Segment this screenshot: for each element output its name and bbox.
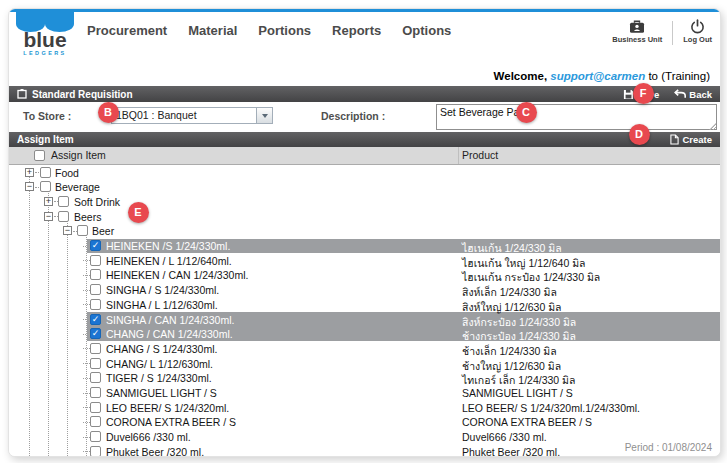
item-checkbox[interactable] — [90, 387, 101, 398]
item-checkbox[interactable] — [90, 255, 101, 266]
tree-row: Duvel666 /330 ml.Duvel666 /330 ml. — [9, 430, 720, 445]
item-label[interactable]: HEINEKEN /S 1/24/330ml. — [106, 240, 230, 252]
item-checkbox-checked[interactable] — [90, 240, 101, 251]
item-checkbox[interactable] — [90, 269, 101, 280]
item-tree: +Food−Beverage+Soft Drink−Beers−BeerHEIN… — [9, 165, 720, 456]
period-label: Period : 01/08/2024 — [625, 442, 712, 453]
expander-minus-icon[interactable]: − — [25, 182, 34, 191]
item-label[interactable]: LEO BEER/ S 1/24/320ml. — [106, 402, 229, 414]
annotation-circle-b: B — [98, 102, 119, 123]
back-button[interactable]: Back — [674, 89, 712, 100]
tree-tick-line — [83, 363, 90, 364]
item-label[interactable]: Beverage — [55, 181, 100, 193]
tree-row: Phuket Beer /320 ml.Phuket Beer /320 ml. — [9, 444, 720, 456]
item-label[interactable]: SANMIGUEL LIGHT / S — [106, 387, 217, 399]
expander-plus-icon[interactable]: + — [44, 197, 53, 206]
nav-item-procurement[interactable]: Procurement — [87, 23, 167, 38]
item-label[interactable]: Phuket Beer /320 ml. — [106, 446, 204, 456]
item-checkbox[interactable] — [90, 416, 101, 427]
expander-minus-icon[interactable]: − — [44, 212, 53, 221]
item-label[interactable]: Duvel666 /330 ml. — [106, 431, 191, 443]
item-checkbox-checked[interactable] — [90, 328, 101, 339]
select-all-checkbox[interactable] — [34, 150, 45, 161]
log-out-button[interactable]: Log Out — [683, 19, 712, 44]
item-label[interactable]: Food — [55, 167, 79, 179]
nav-item-material[interactable]: Material — [188, 23, 237, 38]
item-checkbox[interactable] — [90, 431, 101, 442]
tree-row: +Food — [9, 165, 720, 180]
annotation-circle-c: C — [516, 102, 537, 123]
tree-row: CHANG/ L 1/12/630ml.ช้างใหญ่ 1/12/630 มิ… — [9, 356, 720, 371]
item-label[interactable]: SINGHA / CAN 1/24/330ml. — [106, 314, 234, 326]
description-input[interactable]: Set Beverage Par — [436, 104, 717, 130]
item-label[interactable]: CORONA EXTRA BEER / S — [106, 416, 236, 428]
item-label[interactable]: Beer — [92, 225, 114, 237]
assign-toolbar: Assign Item Create — [9, 132, 720, 147]
welcome-user: support@carmen — [550, 70, 645, 82]
item-checkbox[interactable] — [40, 167, 51, 178]
item-label[interactable]: SINGHA / L 1/12/630ml. — [106, 299, 218, 311]
item-checkbox-checked[interactable] — [90, 314, 101, 325]
requisition-title: Standard Requisition — [32, 89, 133, 100]
item-checkbox[interactable] — [40, 181, 51, 192]
annotation-circle-e: E — [128, 202, 149, 223]
welcome-suffix: to (Training) — [645, 70, 710, 82]
welcome-line: Welcome, support@carmen to (Training) — [9, 70, 720, 86]
tree-row: +Soft Drink — [9, 194, 720, 209]
item-label[interactable]: CHANG / S 1/24/330ml. — [106, 343, 217, 355]
tree-row: LEO BEER/ S 1/24/320ml.LEO BEER/ S 1/24/… — [9, 400, 720, 415]
create-button[interactable]: Create — [670, 134, 712, 145]
item-label[interactable]: TIGER / S 1/24/330ml. — [106, 372, 212, 384]
tree-tick-line — [83, 319, 90, 320]
item-label[interactable]: Soft Drink — [74, 196, 120, 208]
tree-row: −Beverage — [9, 180, 720, 195]
table-header: Assign Item Product — [9, 147, 720, 165]
back-undo-icon — [674, 89, 686, 99]
item-label[interactable]: HEINEKEN / CAN 1/24/330ml. — [106, 269, 248, 281]
chevron-down-icon[interactable] — [256, 108, 272, 123]
item-label[interactable]: Beers — [74, 211, 101, 223]
tree-tick-line — [83, 260, 90, 261]
tree-tick-line — [83, 378, 90, 379]
tree-tick-line — [83, 437, 90, 438]
item-checkbox[interactable] — [90, 343, 101, 354]
nav-item-portions[interactable]: Portions — [258, 23, 311, 38]
nav-item-options[interactable]: Options — [402, 23, 451, 38]
tree-row: −Beer — [9, 224, 720, 239]
back-label: Back — [689, 89, 712, 100]
item-checkbox[interactable] — [58, 211, 69, 222]
column-divider — [458, 147, 459, 164]
expander-plus-icon[interactable]: + — [25, 168, 34, 177]
item-checkbox[interactable] — [58, 196, 69, 207]
tree-row: CORONA EXTRA BEER / SCORONA EXTRA BEER /… — [9, 415, 720, 430]
requisition-icon — [17, 89, 27, 99]
to-store-value: 1BQ01 : Banquet — [112, 108, 256, 123]
requisition-toolbar: Standard Requisition Save — [9, 86, 720, 102]
tree-row: TIGER / S 1/24/330ml.ไทเกอร์ เล็ก 1/24/3… — [9, 371, 720, 386]
item-label[interactable]: HEINEKEN / L 1/12/640ml. — [106, 255, 232, 267]
logo-wordmark: blue — [16, 30, 74, 50]
tree-tick-line — [83, 422, 90, 423]
item-checkbox[interactable] — [90, 402, 101, 413]
tree-tick-line — [83, 290, 90, 291]
item-checkbox[interactable] — [90, 299, 101, 310]
screen: blue LEDGERS Procurement Material Portio… — [0, 0, 727, 463]
item-checkbox[interactable] — [77, 225, 88, 236]
item-label[interactable]: SINGHA / S 1/24/330ml. — [106, 284, 219, 296]
item-label[interactable]: CHANG/ L 1/12/630ml. — [106, 358, 213, 370]
tree-tick-line — [83, 407, 90, 408]
annotation-circle-f: F — [633, 83, 654, 104]
to-store-select[interactable]: 1BQ01 : Banquet — [111, 107, 273, 124]
main-nav: Procurement Material Portions Reports Op… — [87, 23, 451, 38]
item-checkbox[interactable] — [90, 284, 101, 295]
nav-item-reports[interactable]: Reports — [332, 23, 381, 38]
business-unit-button[interactable]: Business Unit — [612, 19, 662, 44]
item-checkbox[interactable] — [90, 372, 101, 383]
tree-tick-line — [83, 304, 90, 305]
item-checkbox[interactable] — [90, 446, 101, 456]
item-label[interactable]: CHANG / CAN 1/24/330ml. — [106, 328, 233, 340]
tree-row: HEINEKEN / L 1/12/640ml.ไฮเนเก้น ใหญ่ 1/… — [9, 253, 720, 268]
column-assign-item: Assign Item — [51, 149, 106, 161]
item-checkbox[interactable] — [90, 358, 101, 369]
expander-minus-icon[interactable]: − — [63, 226, 72, 235]
